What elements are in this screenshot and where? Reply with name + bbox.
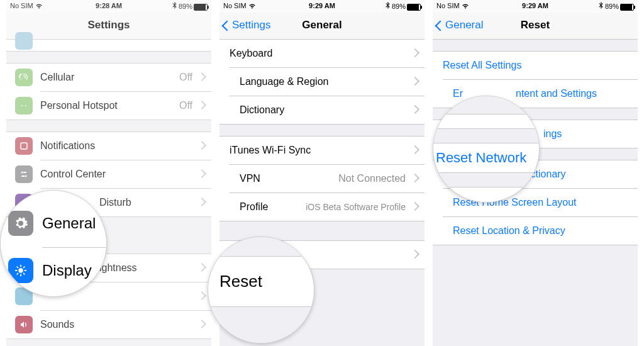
control-center-icon <box>15 165 33 183</box>
row-notifications[interactable]: Notifications <box>6 132 211 160</box>
chevron-right-icon <box>197 263 206 272</box>
row-sounds[interactable]: Sounds <box>40 310 211 338</box>
battery-icon <box>407 4 421 11</box>
chevron-right-icon <box>411 48 419 57</box>
reset-location-label: Reset Location & Privacy <box>453 225 565 236</box>
magnifier-reset: Reset <box>208 237 314 343</box>
nav-bar: General Reset <box>433 13 638 40</box>
magnifier-text-reset-network: Reset Network <box>436 150 526 165</box>
row-itunes-wifi-sync[interactable]: iTunes Wi-Fi Sync <box>219 137 425 164</box>
svg-point-5 <box>18 268 23 272</box>
nav-title: Reset <box>433 19 638 31</box>
chevron-right-icon <box>197 101 206 109</box>
row-profile[interactable]: Profile iOS Beta Software Profile <box>230 193 425 221</box>
hotspot-label: Personal Hotspot <box>40 100 118 111</box>
erase-label-b: ntent and Settings <box>516 80 597 108</box>
nav-title: General <box>219 19 425 31</box>
control-center-label: Control Center <box>40 169 106 179</box>
row-control-center[interactable]: Control Center <box>40 160 211 188</box>
notifications-icon <box>15 137 33 155</box>
chevron-right-icon <box>197 72 206 81</box>
battery-text: 89% <box>392 3 406 10</box>
row-cellular[interactable]: Cellular Off <box>6 64 211 91</box>
chevron-right-icon <box>197 169 206 178</box>
itunes-label: iTunes Wi-Fi Sync <box>230 145 311 155</box>
chevron-right-icon <box>197 141 206 150</box>
nav-bar: Settings <box>6 13 211 40</box>
svg-rect-0 <box>21 143 27 149</box>
row-reset-all-settings[interactable]: Reset All Settings <box>433 52 638 79</box>
nav-bar: Settings General <box>219 13 425 40</box>
magnifier-general: General Display <box>0 190 107 297</box>
reset-all-label: Reset All Settings <box>443 60 521 70</box>
battery-icon <box>194 4 208 11</box>
chevron-right-icon <box>411 105 419 114</box>
status-bar: No SIM 9:28 AM 89% <box>6 0 211 13</box>
sounds-icon <box>15 316 33 333</box>
row-keyboard[interactable]: Keyboard <box>219 40 425 67</box>
battery-text: 89% <box>179 3 192 10</box>
chevron-right-icon <box>411 202 419 211</box>
battery-text: 89% <box>605 3 619 10</box>
vpn-label: VPN <box>240 173 260 184</box>
row-hotspot[interactable]: Personal Hotspot Off <box>40 91 211 120</box>
cellular-label: Cellular <box>40 72 74 82</box>
svg-rect-4 <box>21 176 25 177</box>
row-language-region[interactable]: Language & Region <box>230 67 425 96</box>
magnifier-text-general: General <box>42 215 96 232</box>
vpn-value: Not Connected <box>338 165 406 193</box>
dnd-label-tail: Disturb <box>99 189 131 216</box>
chevron-right-icon <box>197 320 206 328</box>
magnifier-text-display: Display <box>42 262 92 279</box>
chevron-right-icon <box>197 291 206 300</box>
app-icon <box>15 32 33 50</box>
status-bar: No SIM 9:29 AM 89% <box>433 0 638 13</box>
dictionary-label: Dictionary <box>240 104 284 115</box>
erase-label-a: Er <box>453 88 463 99</box>
magnifier-reset-network: Reset Network <box>433 96 540 203</box>
language-label: Language & Region <box>240 76 328 87</box>
reset-network-tail: ings <box>543 120 562 148</box>
gear-icon <box>8 211 33 236</box>
profile-value: iOS Beta Software Profile <box>306 193 406 221</box>
chevron-right-icon <box>411 77 419 86</box>
bluetooth-icon <box>172 3 179 10</box>
brightness-tail: ightness <box>99 254 137 282</box>
status-bar: No SIM 9:29 AM 89% <box>219 0 425 13</box>
battery-icon <box>620 4 634 11</box>
notifications-label: Notifications <box>40 140 95 151</box>
row-dictionary[interactable]: Dictionary <box>230 96 425 124</box>
svg-point-1 <box>21 172 23 174</box>
sounds-label: Sounds <box>40 319 74 330</box>
row-vpn[interactable]: VPN Not Connected <box>230 164 425 193</box>
chevron-right-icon <box>411 250 419 259</box>
keyboard-label: Keyboard <box>230 48 273 59</box>
bluetooth-icon <box>599 3 605 10</box>
row-unknown-top[interactable] <box>6 40 211 51</box>
magnifier-text-reset: Reset <box>219 272 262 291</box>
profile-label: Profile <box>240 201 268 212</box>
hotspot-icon <box>15 97 33 114</box>
nav-title: Settings <box>6 19 211 31</box>
chevron-right-icon <box>197 198 206 206</box>
svg-point-3 <box>25 176 27 177</box>
chevron-right-icon <box>411 145 419 154</box>
chevron-right-icon <box>411 174 419 182</box>
bluetooth-icon <box>386 3 392 10</box>
row-reset-location-privacy[interactable]: Reset Location & Privacy <box>443 216 638 245</box>
cellular-value: Off <box>179 64 192 91</box>
svg-rect-2 <box>23 172 26 173</box>
hotspot-value: Off <box>179 92 192 120</box>
cellular-icon <box>15 69 33 86</box>
